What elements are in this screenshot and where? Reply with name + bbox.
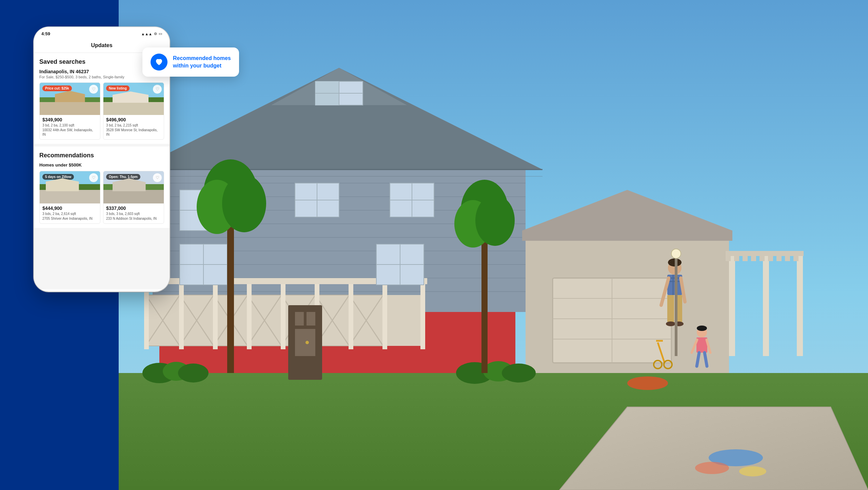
rec-property-info-2: $337,000 3 bds, 3 ba, 2,603 sqft 233 N A…	[103, 203, 164, 223]
rec-property-price-2: $337,000	[106, 205, 161, 211]
new-listing-tag: New listing	[106, 85, 130, 91]
rec-property-image-2: Open: Thu. 1-5pm ♡	[103, 171, 164, 203]
svg-rect-84	[522, 231, 732, 241]
search-criteria: For Sale, $250-$500, 3 beds, 2 baths, Si…	[39, 75, 124, 79]
svg-rect-70	[295, 329, 315, 356]
property-address-2: 3528 SW Monroe St, Indianapolis, IN	[106, 128, 161, 137]
svg-rect-87	[763, 254, 769, 356]
svg-rect-92	[743, 256, 748, 261]
svg-rect-68	[295, 312, 304, 326]
svg-point-101	[178, 364, 209, 383]
svg-rect-97	[785, 256, 790, 261]
notification-popup[interactable]: Recommended homeswithin your budget	[142, 47, 239, 77]
heart-icon	[155, 58, 163, 66]
favorite-button-2[interactable]: ♡	[153, 85, 162, 94]
battery-icon: ▭	[159, 32, 162, 36]
property-card-2[interactable]: New listing ♡ $496,900 3 bd, 2 ba, 2,215…	[103, 82, 164, 140]
svg-rect-64	[382, 281, 387, 349]
property-info-2: $496,900 3 bd, 2 ba, 2,215 sqft 3528 SW …	[103, 115, 164, 139]
svg-point-71	[305, 341, 309, 344]
recommendations-title: Recommendations	[39, 152, 164, 159]
rec-property-card-1[interactable]: 5 days on Zillow ♡ $444,900 3 bds, 2 ba,…	[39, 171, 100, 224]
phone-time: 4:59	[41, 31, 50, 36]
svg-rect-98	[793, 256, 798, 261]
rec-property-details-2: 3 bds, 3 ba, 2,603 sqft	[106, 212, 161, 216]
svg-point-127	[697, 326, 707, 331]
rec-favorite-button-2[interactable]: ♡	[153, 173, 162, 182]
rec-property-address-1: 2705 Shriver Ave Indianapolis, IN	[42, 216, 97, 221]
svg-rect-65	[420, 281, 425, 349]
status-bar: 4:59 ▲▲▲ ⊜ ▭	[34, 27, 170, 39]
property-details-1: 3 bd, 2 ba, 2,100 sqft	[42, 123, 97, 128]
svg-rect-86	[729, 254, 735, 356]
price-cut-tag: Price cut: $25k	[42, 85, 72, 91]
signal-icon: ▲▲▲	[141, 32, 152, 36]
svg-point-112	[475, 195, 515, 246]
svg-point-5	[695, 462, 729, 474]
svg-rect-61	[281, 281, 285, 349]
recommendation-properties: 5 days on Zillow ♡ $444,900 3 bds, 2 ba,…	[39, 171, 164, 224]
svg-rect-60	[247, 281, 252, 349]
favorite-button-1[interactable]: ♡	[89, 85, 98, 94]
svg-rect-91	[734, 256, 739, 261]
svg-rect-89	[726, 251, 804, 256]
wifi-icon: ⊜	[154, 32, 157, 36]
svg-rect-90	[726, 256, 731, 261]
svg-rect-69	[307, 312, 315, 326]
rec-property-image-1: 5 days on Zillow ♡	[40, 171, 100, 203]
screen-title: Updates	[41, 42, 163, 48]
property-details-2: 3 bd, 2 ba, 2,215 sqft	[106, 123, 161, 128]
notification-text: Recommended homeswithin your budget	[173, 55, 231, 69]
svg-point-137	[627, 376, 668, 390]
recommendations-section: Recommendations Homes under $500K 5 days…	[34, 146, 170, 228]
property-image-2: New listing ♡	[103, 83, 164, 115]
screen-body: Saved searches Indianapolis, IN 46237 Fo…	[34, 53, 170, 286]
svg-rect-57	[144, 281, 149, 349]
search-name: Indianapolis, IN 46237	[39, 69, 124, 74]
saved-search-properties: Price cut: $25k ♡ $349,900 3 bd, 2 ba, 2…	[39, 82, 164, 140]
property-price-2: $496,900	[106, 117, 161, 122]
rec-favorite-button-1[interactable]: ♡	[89, 173, 98, 182]
svg-point-139	[671, 249, 681, 258]
svg-rect-58	[179, 281, 184, 349]
svg-rect-95	[768, 256, 773, 261]
svg-point-124	[666, 321, 675, 326]
svg-point-6	[739, 466, 766, 476]
svg-rect-63	[349, 281, 353, 349]
property-info-1: $349,900 3 bd, 2 ba, 2,100 sqft 10032 44…	[40, 115, 100, 139]
property-address-1: 10032 44th Ave SW, Indianapolis, IN	[42, 128, 97, 137]
svg-rect-96	[776, 256, 782, 261]
svg-rect-122	[667, 295, 674, 322]
svg-point-108	[222, 175, 266, 232]
notification-icon	[151, 54, 167, 71]
svg-rect-94	[760, 256, 765, 261]
rec-property-address-2: 233 N Addison St Indianapolis, IN	[106, 216, 161, 221]
status-icons: ▲▲▲ ⊜ ▭	[141, 32, 162, 36]
rec-property-details-1: 3 bds, 2 ba, 2,614 sqft	[42, 212, 97, 216]
svg-rect-59	[213, 281, 218, 349]
property-price-1: $349,900	[42, 117, 97, 122]
rec-property-info-1: $444,900 3 bds, 2 ba, 2,614 sqft 2705 Sh…	[40, 203, 100, 223]
rec-property-card-2[interactable]: Open: Thu. 1-5pm ♡ $337,000 3 bds, 3 ba,…	[103, 171, 164, 224]
property-image-1: Price cut: $25k ♡	[40, 83, 100, 115]
svg-rect-88	[797, 254, 803, 356]
svg-rect-138	[675, 254, 677, 356]
recommendations-subtitle: Homes under $500K	[39, 162, 164, 168]
days-tag: 5 days on Zillow	[42, 174, 74, 180]
open-house-tag: Open: Thu. 1-5pm	[106, 174, 140, 180]
property-card-1[interactable]: Price cut: $25k ♡ $349,900 3 bd, 2 ba, 2…	[39, 82, 100, 140]
rec-property-price-1: $444,900	[42, 205, 97, 211]
svg-point-104	[502, 364, 536, 383]
svg-rect-93	[751, 256, 756, 261]
